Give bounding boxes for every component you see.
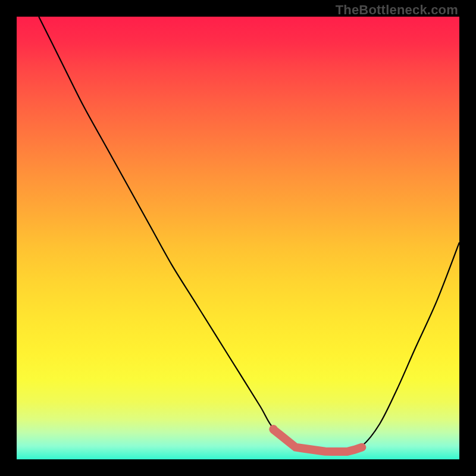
attribution-text: TheBottleneck.com <box>336 2 458 18</box>
optimal-range-highlight <box>274 430 362 452</box>
bottleneck-curve <box>39 17 459 451</box>
outer-frame: TheBottleneck.com <box>0 0 476 476</box>
plot-area <box>17 17 459 459</box>
chart-svg <box>17 17 459 459</box>
